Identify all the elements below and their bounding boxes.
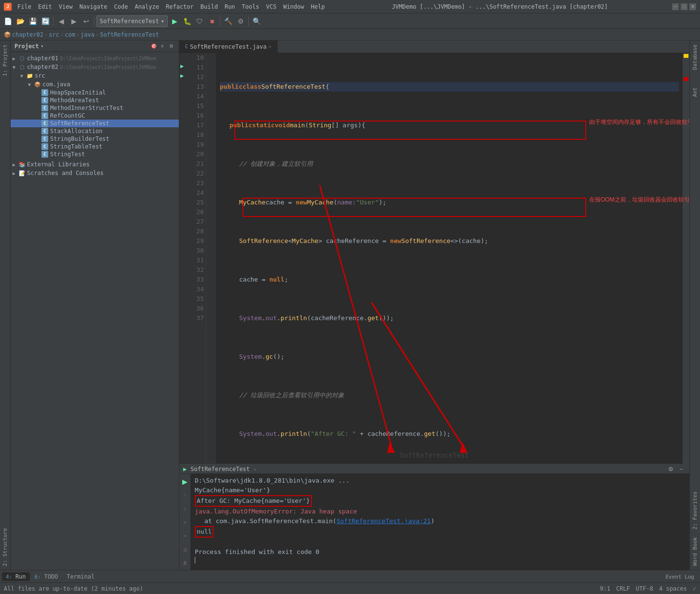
spacer: ▶: [36, 90, 41, 95]
tree-item-heapspaceinitial[interactable]: ▶ C HeapSpaceInitial: [11, 89, 179, 96]
run-panel-body: ▶ ↑ ↓ ≡ ↵ 🖨 🗑 D:\Software\jdk1.8.0_281\b…: [179, 474, 689, 570]
tab-label: TODO: [44, 573, 58, 580]
run-output-link[interactable]: SoftReferenceTest.java:21: [337, 516, 431, 526]
run-minimize-button[interactable]: −: [677, 465, 686, 473]
run-tab-label[interactable]: SoftReferenceTest: [190, 466, 250, 472]
stop-run-button[interactable]: ↑: [179, 489, 191, 501]
tab-structure[interactable]: 2: Structure: [1, 524, 9, 570]
breadcrumb-chapter02[interactable]: chapter02: [12, 31, 43, 38]
close-button[interactable]: ✕: [689, 3, 696, 10]
tree-item-methodinnerstruct[interactable]: ▶ C MethodInnerStructTest: [11, 104, 179, 112]
toolbar: 📄 📂 💾 🔄 ◀ ▶ ↩ SoftReferenceTest ▾ ▶ 🐛 🛡 …: [0, 14, 700, 29]
settings-button[interactable]: ⚙: [167, 42, 175, 50]
bottom-tab-terminal[interactable]: Terminal: [63, 572, 98, 581]
tree-item-comjava[interactable]: ▼ 📦 com.java: [11, 80, 179, 89]
locate-file-button[interactable]: 🎯: [150, 42, 158, 50]
menu-file[interactable]: File: [14, 2, 34, 11]
menu-edit[interactable]: Edit: [35, 2, 55, 11]
tree-item-stringtable[interactable]: ▶ C StringTableTest: [11, 143, 179, 150]
line-ending[interactable]: CRLF: [616, 585, 630, 592]
tab-close-icon[interactable]: ✕: [269, 44, 271, 49]
new-file-button[interactable]: 📄: [2, 15, 13, 27]
code-editor[interactable]: ▶ ▶ 1011121314 1516171819 2021222324 252…: [179, 53, 689, 464]
rebuild-button[interactable]: ⚙: [235, 15, 246, 27]
menu-view[interactable]: View: [56, 2, 76, 11]
minimize-button[interactable]: ─: [672, 3, 679, 10]
back-button[interactable]: ◀: [55, 15, 67, 27]
print-button[interactable]: 🖨: [179, 543, 191, 555]
tree-item-stringtest[interactable]: ▶ C StringTest: [11, 150, 179, 158]
tree-item-stackalloc[interactable]: ▶ C StackAllocation: [11, 127, 179, 135]
expand-arrow-icon: ▼: [20, 73, 26, 79]
rerun-button[interactable]: ▶: [179, 476, 191, 487]
tree-item-chapter02[interactable]: ▼ ⬡ chapter02 D:\IdeaProject\IdeaProject…: [11, 63, 179, 71]
tab-ant[interactable]: Ant: [691, 83, 699, 101]
debug-button[interactable]: 🐛: [181, 15, 193, 27]
run-tab-close-icon[interactable]: ✕: [254, 467, 256, 472]
menu-window[interactable]: Window: [280, 2, 307, 11]
breadcrumb-com[interactable]: com: [65, 31, 75, 38]
menu-analyze[interactable]: Analyze: [132, 2, 162, 11]
breadcrumb-softreftest[interactable]: SoftReferenceTest: [100, 31, 159, 38]
statusbar: All files are up-to-date (2 minutes ago)…: [0, 582, 700, 594]
tree-item-softreftest[interactable]: ▶ C SoftReferenceTest: [11, 120, 179, 127]
breadcrumb-src[interactable]: src: [49, 31, 59, 38]
run-settings-button[interactable]: ⚙: [666, 465, 675, 473]
open-button[interactable]: 📂: [14, 15, 26, 27]
build-button[interactable]: 🔨: [222, 15, 234, 27]
scroll-error-indicator: [684, 77, 688, 81]
sync-button[interactable]: 🔄: [40, 15, 51, 27]
menu-tools[interactable]: Tools: [239, 2, 262, 11]
expand-arrow-icon: ▶: [13, 162, 18, 167]
tree-item-chapter01[interactable]: ▶ ⬡ chapter01 D:\IdeaProject\IdeaProject…: [11, 54, 179, 63]
editor-scrollbar[interactable]: [683, 53, 689, 464]
forward-button[interactable]: ▶: [68, 15, 80, 27]
menu-refactor[interactable]: Refactor: [163, 2, 197, 11]
menu-code[interactable]: Code: [111, 2, 131, 11]
tree-item-src[interactable]: ▼ 📁 src: [11, 71, 179, 80]
tree-item-stringbuilder[interactable]: ▶ C StringBuilderTest: [11, 135, 179, 143]
filter-button[interactable]: ≡: [179, 516, 191, 528]
tab-database[interactable]: Database: [691, 40, 699, 74]
tree-item-methodareatest[interactable]: ▶ C MethodAreaTest: [11, 96, 179, 104]
tab-favorites[interactable]: 2: Favorites: [691, 487, 699, 533]
stop-button[interactable]: ■: [206, 15, 218, 27]
indent-info[interactable]: 4 spaces: [659, 585, 687, 592]
java-file-icon: C: [41, 128, 48, 135]
tree-item-refcountgc[interactable]: ▶ C RefCountGC: [11, 112, 179, 120]
maximize-button[interactable]: □: [681, 3, 687, 10]
bottom-tab-run[interactable]: 4: Run: [2, 572, 30, 581]
tree-path: D:\IdeaProject\IdeaProject\JVMDem: [60, 65, 156, 70]
run-config-dropdown[interactable]: SoftReferenceTest ▾: [96, 15, 168, 27]
menu-help[interactable]: Help: [308, 2, 328, 11]
tab-wordbook[interactable]: Word Book: [691, 533, 699, 570]
tree-item-extlibs[interactable]: ▶ 📚 External Libraries: [11, 160, 179, 169]
tree-path: D:\IdeaProject\IdeaProject\JVMDem: [60, 56, 156, 61]
encoding[interactable]: UTF-8: [636, 585, 653, 592]
menu-build[interactable]: Build: [198, 2, 221, 11]
package-icon: 📦: [34, 81, 41, 88]
breadcrumb-java[interactable]: java: [81, 31, 94, 38]
menu-vcs[interactable]: VCS: [263, 2, 280, 11]
run-button[interactable]: ▶: [169, 15, 180, 27]
clear-button[interactable]: 🗑: [179, 557, 191, 568]
collapse-all-button[interactable]: ≡: [159, 42, 166, 50]
scratches-icon: 📝: [18, 169, 26, 177]
tree-label: RefCountGC: [50, 112, 85, 119]
save-button[interactable]: 💾: [27, 15, 39, 27]
event-log-link[interactable]: Event Log: [661, 574, 698, 580]
code-content[interactable]: public class SoftReferenceTest { public …: [216, 53, 683, 464]
scroll-down-button[interactable]: ↓: [179, 503, 191, 514]
undo-button[interactable]: ↩: [81, 15, 92, 27]
menu-navigate[interactable]: Navigate: [77, 2, 110, 11]
run-output-text: Process finished with exit code 0: [195, 547, 319, 557]
run-with-coverage-button[interactable]: 🛡: [194, 15, 205, 27]
cursor-position[interactable]: 9:1: [600, 585, 610, 592]
wrap-button[interactable]: ↵: [179, 530, 191, 541]
menu-run[interactable]: Run: [222, 2, 238, 11]
editor-tab-softreftest[interactable]: C SoftReferenceTest.java ✕: [179, 40, 278, 53]
search-button[interactable]: 🔍: [251, 15, 262, 27]
tab-project[interactable]: 1: Project: [1, 40, 9, 80]
tree-item-scratches[interactable]: ▶ 📝 Scratches and Consoles: [11, 169, 179, 177]
bottom-tab-todo[interactable]: 6: TODO: [31, 572, 62, 581]
